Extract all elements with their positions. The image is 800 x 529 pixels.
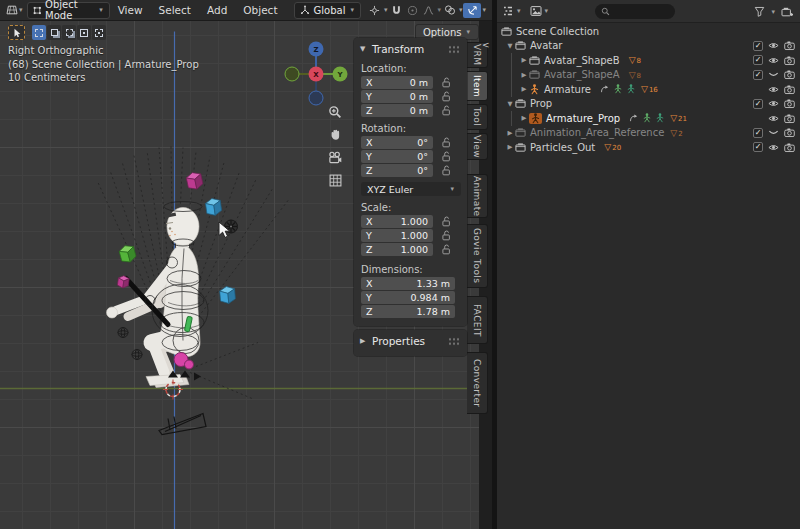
row-animation-area-reference[interactable]: ▶ Animation_Area_Reference ▽2 ✓ (497, 126, 800, 141)
outliner-type-chevron[interactable]: ▾ (517, 7, 521, 15)
location-y-field[interactable]: Y0 m (361, 90, 433, 103)
camera-visibility-icon[interactable] (784, 98, 795, 109)
outliner-editor-type-icon[interactable] (500, 3, 516, 19)
disclosure-closed-icon[interactable]: ▶ (505, 129, 515, 137)
tab-item[interactable]: Item (467, 71, 488, 101)
eye-closed-icon[interactable] (768, 69, 779, 80)
snap-magnet-icon[interactable] (388, 2, 404, 18)
checkbox-checked[interactable]: ✓ (753, 41, 763, 51)
tab-converter[interactable]: Converter (467, 352, 488, 414)
scale-y-field[interactable]: Y1.000 (361, 229, 433, 242)
menu-add[interactable]: Add (199, 4, 235, 16)
camera-view-icon[interactable] (326, 150, 344, 165)
dimensions-x-field[interactable]: X1.33 m (361, 277, 455, 290)
disclosure-closed-icon[interactable]: ▶ (505, 143, 515, 151)
filter-chevron[interactable]: ▾ (771, 8, 775, 16)
select-mode-invert[interactable] (77, 25, 91, 40)
lock-open-icon[interactable] (442, 77, 451, 88)
tab-faceit[interactable]: FACEIT (467, 296, 488, 344)
camera-visibility-icon[interactable] (784, 69, 795, 80)
display-mode-chevron[interactable]: ▾ (545, 7, 549, 15)
region-collapse-arrow[interactable]: < (482, 40, 490, 50)
checkbox-checked[interactable]: ✓ (753, 55, 763, 65)
pivot-point-icon[interactable] (367, 2, 383, 18)
row-avatar-shapea[interactable]: ▶ Avatar_ShapeA ▽8 ✓ (497, 68, 800, 83)
overlays-icon[interactable] (442, 2, 458, 18)
disclosure-open-icon[interactable]: ▼ (505, 100, 515, 108)
dimensions-z-field[interactable]: Z1.78 m (361, 305, 455, 318)
new-collection-icon[interactable] (779, 4, 795, 20)
filter-icon[interactable] (751, 4, 767, 20)
checkbox-checked[interactable]: ✓ (753, 142, 763, 152)
properties-panel-header[interactable]: ▶ Properties (354, 333, 467, 349)
row-prop[interactable]: ▼ Prop ✓ (497, 97, 800, 112)
eye-open-icon[interactable] (768, 40, 779, 51)
checkbox-checked[interactable]: ✓ (753, 99, 763, 109)
eye-open-icon[interactable] (768, 142, 779, 153)
camera-visibility-icon[interactable] (784, 84, 795, 95)
disclosure-open-icon[interactable]: ▼ (505, 42, 515, 50)
row-armature-prop[interactable]: ▶ Armature_Prop ▽21 (497, 111, 800, 126)
select-mode-extend[interactable] (47, 25, 61, 40)
camera-visibility-icon[interactable] (784, 40, 795, 51)
overlays-chevron[interactable]: ▾ (459, 6, 463, 14)
camera-visibility-icon[interactable] (784, 142, 795, 153)
menu-object[interactable]: Object (235, 4, 285, 16)
select-mode-new[interactable] (32, 25, 46, 40)
disclosure-closed-icon[interactable]: ▶ (519, 114, 529, 122)
orientation-dropdown[interactable]: Global ▾ (294, 2, 361, 19)
row-particles-out[interactable]: ▶ Particles_Out ▽20 ✓ (497, 140, 800, 155)
menu-select[interactable]: Select (151, 4, 199, 16)
gizmos-chevron[interactable]: ▾ (482, 6, 486, 14)
pan-hand-icon[interactable] (326, 127, 344, 142)
eye-open-icon[interactable] (768, 98, 779, 109)
rotation-mode-dropdown[interactable]: XYZ Euler▾ (361, 182, 461, 196)
panel-grip[interactable] (448, 45, 461, 54)
select-mode-subtract[interactable] (62, 25, 76, 40)
row-avatar-shapeb[interactable]: ▶ Avatar_ShapeB ▽8 ✓ (497, 53, 800, 68)
outliner-search-input[interactable] (595, 4, 675, 19)
lock-open-icon[interactable] (442, 230, 451, 241)
active-tool-tweak[interactable] (8, 25, 25, 40)
rotation-y-field[interactable]: Y0° (361, 150, 433, 163)
zoom-tool-icon[interactable] (326, 104, 344, 119)
editor-type-chevron[interactable]: ▾ (19, 6, 23, 14)
eye-open-icon[interactable] (768, 113, 779, 124)
disclosure-closed-icon[interactable]: ▶ (519, 71, 529, 79)
tab-tool[interactable]: Tool (467, 104, 488, 130)
camera-visibility-icon[interactable] (784, 127, 795, 138)
lock-open-icon[interactable] (442, 137, 451, 148)
dimensions-y-field[interactable]: Y0.984 m (361, 291, 455, 304)
navigation-gizmo[interactable]: Z Y X (283, 36, 353, 106)
eye-open-icon[interactable] (768, 84, 779, 95)
scale-z-field[interactable]: Z1.000 (361, 243, 433, 256)
menu-view[interactable]: View (110, 4, 151, 16)
lock-open-icon[interactable] (442, 216, 451, 227)
location-x-field[interactable]: X0 m (361, 76, 433, 89)
checkbox-checked[interactable]: ✓ (753, 70, 763, 80)
lock-open-icon[interactable] (442, 91, 451, 102)
row-scene-collection[interactable]: Scene Collection (497, 24, 800, 39)
panel-grip[interactable] (448, 337, 461, 346)
camera-visibility-icon[interactable] (784, 55, 795, 66)
mode-dropdown[interactable]: Object Mode ▾ (27, 2, 110, 19)
lock-open-icon[interactable] (442, 165, 451, 176)
checkbox-checked[interactable]: ✓ (753, 128, 763, 138)
display-mode-icon[interactable] (528, 3, 544, 19)
tab-animate[interactable]: Animate (467, 174, 488, 218)
gizmos-toggle-icon[interactable] (463, 3, 481, 18)
rotation-x-field[interactable]: X0° (361, 136, 433, 149)
scale-x-field[interactable]: X1.000 (361, 215, 433, 228)
toggle-view-grid-icon[interactable] (326, 173, 344, 188)
lock-open-icon[interactable] (442, 244, 451, 255)
row-avatar[interactable]: ▼ Avatar ✓ (497, 39, 800, 54)
eye-closed-icon[interactable] (768, 127, 779, 138)
proportional-edit-icon[interactable] (404, 2, 420, 18)
tab-govie-tools[interactable]: Govie Tools (467, 224, 488, 288)
rotation-z-field[interactable]: Z0° (361, 164, 433, 177)
camera-visibility-icon[interactable] (784, 113, 795, 124)
row-armature[interactable]: ▶ Armature ▽16 (497, 82, 800, 97)
falloff-icon[interactable] (420, 2, 436, 18)
lock-open-icon[interactable] (442, 105, 451, 116)
eye-open-icon[interactable] (768, 55, 779, 66)
